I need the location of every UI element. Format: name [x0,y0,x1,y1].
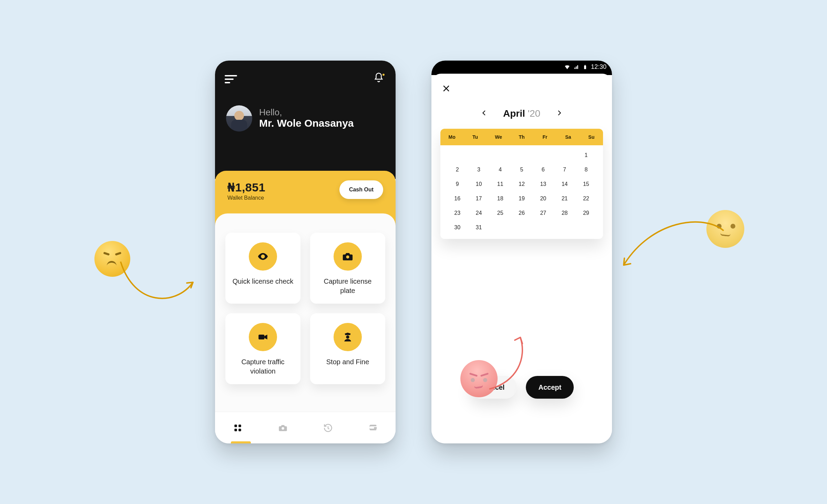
day-cell[interactable]: 26 [511,210,532,216]
accept-label: Accept [538,384,561,391]
svg-rect-10 [585,65,585,65]
day-cell[interactable]: 15 [575,181,597,187]
day-cell[interactable]: 3 [468,167,489,173]
greeting-block: Hello, Mr. Wole Onasanya [259,108,354,129]
day-cell[interactable]: 18 [490,196,511,202]
wallet-icon [368,423,378,433]
svg-rect-8 [374,427,377,429]
cash-out-label: Cash Out [349,187,374,193]
user-name: Mr. Wole Onasanya [259,117,354,129]
dow-cell: We [487,129,510,145]
chevron-left-icon [480,109,488,117]
day-cell[interactable]: 4 [490,167,511,173]
tab-wallet[interactable] [365,420,381,436]
notification-dot [382,73,385,76]
day-cell[interactable]: 23 [447,210,468,216]
battery-icon [583,64,588,70]
close-icon [442,84,450,93]
greeting: Hello, [259,108,354,117]
svg-rect-3 [234,424,237,427]
cash-out-button[interactable]: Cash Out [339,180,383,199]
dow-cell: Fr [533,129,557,145]
tab-indicator [231,441,251,443]
month-title: April '20 [503,108,540,119]
day-cell[interactable]: 14 [554,181,575,187]
day-cell[interactable]: 6 [532,167,554,173]
emoji-confused [706,210,744,248]
grid-icon [233,423,242,432]
officer-icon [334,323,362,351]
day-cell[interactable]: 1 [575,152,597,158]
calendar-dow-row: MoTuWeThFrSaSu [440,129,603,145]
day-cell[interactable]: 10 [468,181,489,187]
dow-cell: Su [580,129,603,145]
dow-cell: Sa [557,129,580,145]
emoji-angry [460,360,498,397]
day-cell[interactable]: 16 [447,196,468,202]
svg-rect-9 [584,65,586,69]
svg-point-0 [346,255,349,259]
next-month-button[interactable] [555,109,563,118]
notifications-button[interactable] [374,72,386,85]
day-cell[interactable]: 25 [490,210,511,216]
tab-capture[interactable] [275,420,291,436]
svg-rect-4 [238,424,241,427]
day-cell[interactable]: 9 [447,181,468,187]
dow-cell: Th [510,129,533,145]
phone-calendar: 12:30 April '20 MoTuWeThFrSaSu [431,61,612,443]
month-header: April '20 [440,108,603,119]
tile-label: Capture traffic violation [231,357,295,376]
day-cell[interactable]: 11 [490,181,511,187]
action-tile-3[interactable]: Stop and Fine [310,313,385,384]
mockup-stage: Hello, Mr. Wole Onasanya ₦1,851 Wallet B… [215,61,612,443]
day-cell[interactable]: 2 [447,167,468,173]
day-cell[interactable]: 21 [554,196,575,202]
tile-label: Quick license check [231,277,295,286]
chevron-right-icon [555,109,563,117]
camera-icon [278,423,288,433]
day-cell[interactable]: 13 [532,181,554,187]
calendar-grid: ......1234567891011121314151617181920212… [440,145,603,239]
svg-point-7 [282,427,284,429]
emoji-squint [94,241,130,277]
status-time: 12:30 [591,63,606,71]
svg-rect-1 [258,335,264,339]
signal-icon [574,64,579,70]
day-cell[interactable]: 19 [511,196,532,202]
prev-month-button[interactable] [480,109,488,118]
day-cell[interactable]: 7 [554,167,575,173]
day-cell-trailing[interactable]: 31 [468,224,489,231]
tile-label: Capture license plate [316,277,380,295]
action-tile-0[interactable]: Quick license check [225,233,300,304]
day-cell[interactable]: 27 [532,210,554,216]
tab-history[interactable] [320,420,336,436]
status-bar: 12:30 [431,61,612,75]
history-icon [323,423,333,433]
svg-rect-6 [238,429,241,431]
menu-button[interactable] [225,75,238,85]
day-cell[interactable]: 28 [554,210,575,216]
action-tile-2[interactable]: Capture traffic violation [225,313,300,384]
accept-button[interactable]: Accept [526,376,574,399]
tile-label: Stop and Fine [316,357,380,367]
phone-dashboard: Hello, Mr. Wole Onasanya ₦1,851 Wallet B… [215,61,396,443]
video-icon [249,323,277,351]
month-name: April [503,108,525,119]
day-cell[interactable]: 5 [511,167,532,173]
day-cell[interactable]: 30 [447,224,468,231]
svg-point-2 [346,335,349,338]
day-cell[interactable]: 22 [575,196,597,202]
close-button[interactable] [440,83,452,94]
avatar[interactable] [226,105,252,132]
action-tile-1[interactable]: Capture license plate [310,233,385,304]
eye-icon [249,242,277,271]
day-cell[interactable]: 20 [532,196,554,202]
wallet-amount: ₦1,851 [227,180,265,194]
day-cell[interactable]: 12 [511,181,532,187]
tab-home[interactable] [229,420,246,436]
calendar-card: MoTuWeThFrSaSu ......1234567891011121314… [440,129,603,239]
day-cell[interactable]: 29 [575,210,597,216]
day-cell[interactable]: 24 [468,210,489,216]
day-cell[interactable]: 17 [468,196,489,202]
day-cell[interactable]: 8 [575,167,597,173]
